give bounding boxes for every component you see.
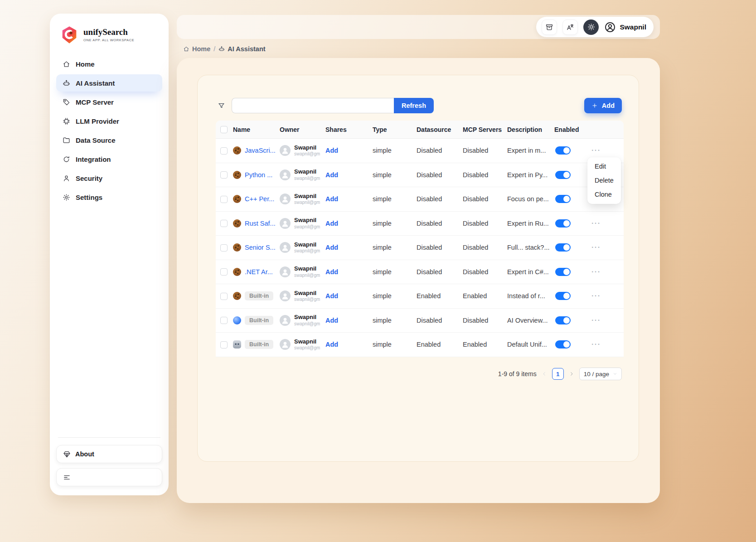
row-actions-button[interactable]: ··· xyxy=(591,316,601,324)
datasource-cell: Disabled xyxy=(416,317,462,324)
enabled-toggle[interactable] xyxy=(555,219,571,227)
enabled-toggle[interactable] xyxy=(555,146,571,155)
pagination-next-button[interactable] xyxy=(569,371,574,377)
context-menu-item-delete[interactable]: Delete xyxy=(590,174,619,188)
datasource-cell: Disabled xyxy=(416,268,462,276)
row-checkbox[interactable] xyxy=(220,268,228,276)
chevron-right-icon xyxy=(569,371,574,377)
checkbox-cell xyxy=(216,171,232,179)
pagination-page-1[interactable]: 1 xyxy=(552,368,564,380)
enabled-toggle[interactable] xyxy=(555,292,571,300)
row-checkbox[interactable] xyxy=(220,171,228,179)
owner-email: swapnil@gm xyxy=(294,224,320,230)
checkbox-cell xyxy=(216,341,232,348)
row-checkbox[interactable] xyxy=(220,293,228,300)
cookie-icon xyxy=(233,146,241,155)
sidebar-item-label: Data Source xyxy=(76,136,116,144)
pagination-total: 1-9 of 9 items xyxy=(498,370,537,377)
pagination-prev-button[interactable] xyxy=(542,371,547,377)
sidebar-item-security[interactable]: Security xyxy=(56,169,162,187)
shares-add-link[interactable]: Add xyxy=(325,268,338,276)
about-button[interactable]: About xyxy=(56,445,162,463)
owner-email: swapnil@gm xyxy=(294,297,320,303)
name-cell: Built-in xyxy=(232,340,279,349)
row-actions-button[interactable]: ··· xyxy=(591,292,601,300)
shares-add-link[interactable]: Add xyxy=(325,317,338,324)
sidebar-item-settings[interactable]: Settings xyxy=(56,189,162,206)
assistant-name-link[interactable]: JavaScri... xyxy=(245,147,276,154)
content-panel: Refresh Add NameOwnerSharesTypeDatasourc… xyxy=(197,75,639,462)
row-actions-button[interactable]: ··· xyxy=(591,219,601,227)
mcp-servers-cell: Disabled xyxy=(462,317,506,324)
row-checkbox[interactable] xyxy=(220,317,228,324)
context-menu-item-edit[interactable]: Edit xyxy=(590,160,619,174)
row-actions-button[interactable]: ··· xyxy=(591,340,601,348)
shares-add-link[interactable]: Add xyxy=(325,292,338,300)
type-cell: simple xyxy=(372,195,416,203)
sidebar-item-integration[interactable]: Integration xyxy=(56,150,162,168)
owner-email: swapnil@gm xyxy=(294,176,320,182)
assistant-name-link[interactable]: C++ Per... xyxy=(245,195,274,203)
description-cell: Default Unif... xyxy=(506,341,553,348)
row-checkbox[interactable] xyxy=(220,341,228,348)
row-checkbox[interactable] xyxy=(220,147,228,155)
collapse-sidebar-button[interactable] xyxy=(56,468,162,486)
enabled-toggle[interactable] xyxy=(555,268,571,276)
sidebar-item-mcp-server[interactable]: MCP Server xyxy=(56,93,162,111)
refresh-button[interactable]: Refresh xyxy=(394,98,434,113)
assistant-name-link[interactable]: Python ... xyxy=(245,171,272,179)
owner-email: swapnil@gm xyxy=(294,200,320,206)
row-checkbox[interactable] xyxy=(220,244,228,252)
enabled-toggle[interactable] xyxy=(555,195,571,203)
filter-button[interactable] xyxy=(216,102,227,110)
globe-icon xyxy=(233,316,241,324)
search-input[interactable] xyxy=(232,98,394,113)
assistant-name-link[interactable]: Senior S... xyxy=(245,244,276,251)
row-actions-button[interactable]: ··· xyxy=(591,268,601,276)
shares-add-link[interactable]: Add xyxy=(325,244,338,251)
description-cell: Focus on pe... xyxy=(506,195,553,203)
sidebar-item-llm-provider[interactable]: LLM Provider xyxy=(56,112,162,130)
select-all-checkbox[interactable] xyxy=(220,126,228,133)
shares-add-link[interactable]: Add xyxy=(325,220,338,227)
mcp-servers-cell: Disabled xyxy=(462,147,506,154)
breadcrumb-home[interactable]: Home xyxy=(183,45,210,53)
row-actions-button[interactable]: ··· xyxy=(591,243,601,251)
add-button[interactable]: Add xyxy=(584,98,622,113)
column-header-mcp-servers: MCP Servers xyxy=(462,126,506,133)
datasource-icon xyxy=(63,136,70,144)
actions-cell: ··· xyxy=(591,146,624,155)
owner-cell: Swapnilswapnil@gm xyxy=(279,338,325,351)
apps-box-button[interactable] xyxy=(542,19,557,35)
row-checkbox[interactable] xyxy=(220,220,228,227)
theme-toggle-button[interactable] xyxy=(583,19,599,35)
user-menu[interactable]: Swapnil xyxy=(604,21,646,33)
enabled-toggle[interactable] xyxy=(555,340,571,348)
assistant-name-link[interactable]: Rust Saf... xyxy=(245,220,276,227)
row-actions-button[interactable]: ··· xyxy=(591,146,601,154)
sidebar-item-home[interactable]: Home xyxy=(56,55,162,73)
page-size-select[interactable]: 10 / page xyxy=(579,368,622,380)
name-cell: C++ Per... xyxy=(232,195,279,203)
table-row: Python ...Swapnilswapnil@gmAddsimpleDisa… xyxy=(216,163,624,188)
datasource-cell: Enabled xyxy=(416,341,462,348)
row-checkbox[interactable] xyxy=(220,196,228,203)
sidebar-item-data-source[interactable]: Data Source xyxy=(56,131,162,149)
chevron-left-icon xyxy=(542,371,547,377)
shares-add-link[interactable]: Add xyxy=(325,171,338,179)
shares-add-link[interactable]: Add xyxy=(325,341,338,348)
owner-avatar xyxy=(280,290,291,301)
enabled-cell xyxy=(553,171,591,179)
shares-add-link[interactable]: Add xyxy=(325,147,338,154)
enabled-toggle[interactable] xyxy=(555,171,571,179)
context-menu-item-clone[interactable]: Clone xyxy=(590,188,619,202)
enabled-toggle[interactable] xyxy=(555,316,571,324)
enabled-toggle[interactable] xyxy=(555,243,571,252)
built-in-badge: Built-in xyxy=(245,340,273,349)
shares-add-link[interactable]: Add xyxy=(325,195,338,203)
translate-button[interactable] xyxy=(562,19,578,35)
assistant-name-link[interactable]: .NET Ar... xyxy=(245,268,273,276)
name-cell: .NET Ar... xyxy=(232,268,279,276)
sidebar-item-ai-assistant[interactable]: AI Assistant xyxy=(56,74,162,92)
mcp-servers-cell: Enabled xyxy=(462,341,506,348)
